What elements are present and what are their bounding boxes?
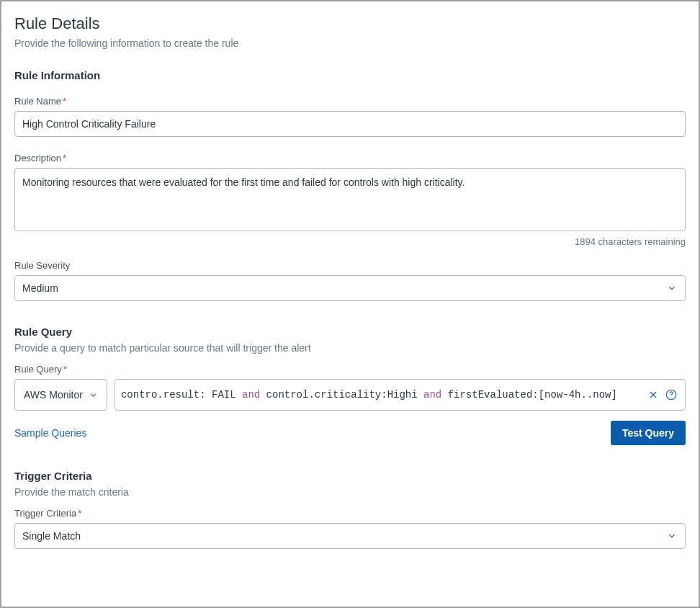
section-rule-query-title: Rule Query (14, 326, 686, 338)
rule-name-input[interactable] (14, 111, 686, 137)
trigger-criteria-select[interactable]: Single Match (14, 523, 686, 549)
section-trigger-criteria-subtitle: Provide the match criteria (14, 486, 686, 498)
description-textarea[interactable] (14, 168, 686, 231)
trigger-criteria-label: Trigger Criteria* (14, 508, 686, 519)
query-text: contro.result: FAIL and control.critical… (121, 389, 642, 401)
query-source-select[interactable]: AWS Monitor (14, 379, 107, 411)
svg-point-3 (670, 397, 671, 398)
rule-severity-select[interactable]: Medium (14, 275, 686, 301)
required-asterisk: * (63, 364, 67, 375)
chevron-down-icon (89, 390, 98, 400)
rule-name-label: Rule Name* (14, 96, 686, 107)
sample-queries-link[interactable]: Sample Queries (14, 427, 86, 439)
required-asterisk: * (78, 508, 81, 519)
rule-severity-label: Rule Severity (14, 260, 686, 271)
required-asterisk: * (63, 153, 66, 164)
query-input[interactable]: contro.result: FAIL and control.critical… (115, 379, 686, 411)
chars-remaining: 1894 characters remaining (14, 236, 686, 247)
help-icon[interactable] (665, 388, 678, 401)
section-trigger-criteria-title: Trigger Criteria (14, 470, 686, 482)
rule-query-label: Rule Query* (14, 364, 686, 375)
section-rule-information-title: Rule Information (14, 69, 686, 81)
description-label: Description* (14, 153, 686, 164)
required-asterisk: * (63, 96, 66, 107)
page-title: Rule Details (14, 14, 686, 33)
page-subtitle: Provide the following information to cre… (14, 37, 686, 49)
clear-icon[interactable] (647, 389, 659, 401)
section-rule-query-subtitle: Provide a query to match particular sour… (14, 342, 686, 354)
test-query-button[interactable]: Test Query (611, 421, 686, 445)
